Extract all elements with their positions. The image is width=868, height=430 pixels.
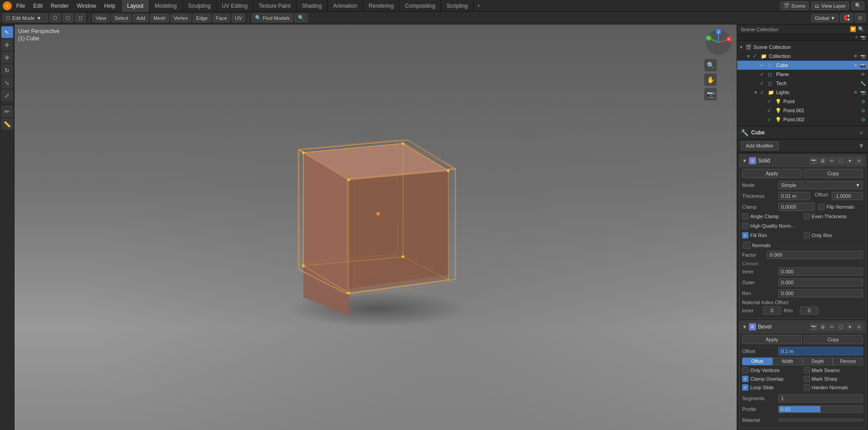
material-value[interactable] [778, 419, 863, 421]
menu-window[interactable]: Window [73, 2, 100, 10]
profile-bar[interactable] [778, 406, 863, 413]
select-menu[interactable]: Select [111, 14, 132, 22]
mode-selector[interactable]: ⬡ Edit Mode ▼ [3, 14, 48, 22]
tool-measure[interactable]: 📏 [1, 118, 13, 130]
bevel-copy-btn[interactable]: Copy [804, 335, 863, 344]
tree-item-lights[interactable]: ▼ ✓ 📁 Lights 👁 📷 [737, 88, 868, 97]
solid-camera-btn[interactable]: 📷 [810, 157, 818, 165]
tree-item-plane[interactable]: ▶ ✓ ◻ Plane 👁 [737, 70, 868, 79]
tree-item-point002[interactable]: ▶ ✓ 💡 Point.002 ⚙ [737, 115, 868, 124]
cube-checkbox[interactable]: ✓ [760, 62, 767, 68]
tree-item-point[interactable]: ▶ ✓ 💡 Point ⚙ [737, 97, 868, 106]
profile-slider-wrapper[interactable]: 0.50 [778, 406, 863, 413]
clamp-overlap-cb[interactable]: ✓ [742, 376, 748, 382]
vis-eye[interactable]: 👁 [853, 53, 859, 59]
tree-expand-scene[interactable]: ▼ [739, 45, 745, 50]
bevel-tab-percent[interactable]: Percent [833, 358, 863, 365]
prop-header-close[interactable]: ✕ [858, 129, 864, 136]
view-menu[interactable]: View [92, 14, 110, 22]
bevel-name[interactable]: Bevel [758, 324, 808, 330]
outliner-search-icon[interactable]: 🔍 [858, 26, 864, 32]
tree-expand-collection[interactable]: ▼ [746, 54, 753, 59]
solid-thickness-value[interactable]: 0.01 m [778, 192, 810, 200]
tree-expand-point001[interactable]: ▶ [761, 108, 767, 113]
point002-checkbox[interactable]: ✓ [767, 116, 774, 123]
bevel-tab-width[interactable]: Width [772, 358, 803, 365]
camera-gizmo[interactable]: 📷 [704, 88, 717, 100]
mark-sharp-cb[interactable] [804, 376, 810, 382]
mat-rim-value[interactable]: 0 [800, 306, 818, 315]
tab-scripting[interactable]: Scripting [441, 0, 474, 12]
tab-modeling[interactable]: Modeling [149, 0, 183, 12]
tech-checkbox[interactable]: ✓ [760, 80, 767, 86]
transform-global[interactable]: Global ▼ [811, 14, 839, 22]
tree-expand-cube[interactable]: ▶ [753, 63, 760, 68]
lights-checkbox[interactable]: ✓ [760, 89, 767, 96]
zoom-gizmo[interactable]: 🔍 [704, 59, 717, 72]
solid-mode-value[interactable]: Simple ▼ [778, 181, 863, 189]
bevel-apply-btn[interactable]: Apply [742, 335, 802, 344]
edge-mode-btn[interactable]: ⬡ [62, 14, 73, 22]
menu-help[interactable]: Help [101, 2, 119, 10]
flip-normals-cb[interactable] [818, 204, 825, 210]
tree-item-collection[interactable]: ▼ ✓ 📁 Collection 👁 📷 [737, 52, 868, 61]
collection-checkbox[interactable]: ✓ [753, 53, 760, 59]
tab-texture-paint[interactable]: Texture Paint [254, 0, 297, 12]
face-mode-btn[interactable]: ◻ [75, 14, 86, 22]
tool-move[interactable]: ✛ [1, 52, 13, 63]
tree-item-tech[interactable]: ▶ ✓ ◻ Tech 🔧 [737, 79, 868, 88]
bevel-render-btn[interactable]: 🖥 [819, 323, 827, 331]
tree-expand-plane[interactable]: ▶ [753, 72, 760, 77]
only-rim-cb[interactable] [804, 232, 810, 239]
point001-checkbox[interactable]: ✓ [767, 107, 774, 114]
tab-uv-editing[interactable]: UV Editing [216, 0, 254, 12]
tab-shading[interactable]: Shading [297, 0, 328, 12]
bevel-down-btn[interactable]: ▼ [846, 323, 854, 331]
tree-item-cube[interactable]: ▶ ✓ ◻ Cube 👁 📷 [737, 61, 868, 70]
bevel-vert-btn[interactable]: ⬡ [837, 323, 845, 331]
tree-expand-tech[interactable]: ▶ [753, 81, 760, 86]
vertex-menu[interactable]: Vertex [171, 14, 191, 22]
loop-slide-cb[interactable]: ✓ [742, 384, 748, 391]
only-verts-cb[interactable] [742, 367, 748, 373]
add-modifier-btn[interactable]: Add Modifier [741, 141, 779, 150]
bevel-x-btn[interactable]: ✕ [855, 323, 863, 331]
plane-checkbox[interactable]: ✓ [760, 71, 767, 77]
cube-vis-eye[interactable]: 👁 [853, 62, 859, 68]
vis-camera[interactable]: 📷 [860, 53, 866, 59]
outer-value[interactable]: 0.000 [778, 278, 863, 287]
tree-scene-collection[interactable]: ▼ 🎬 Scene Collection [737, 43, 868, 52]
find-models-btn[interactable]: 🔍 Find Models [252, 14, 293, 22]
bevel-tab-depth[interactable]: Depth [803, 358, 833, 365]
lights-vis-eye[interactable]: 👁 [853, 89, 859, 96]
search-btn[interactable]: 🔍 [852, 1, 864, 10]
tool-cursor[interactable]: ✛ [1, 39, 13, 51]
tree-expand-point[interactable]: ▶ [761, 99, 767, 104]
solid-cage-btn[interactable]: ⬡ [837, 157, 845, 165]
solid-expand[interactable]: ▼ [742, 158, 747, 163]
segments-value[interactable]: 1 [778, 394, 863, 402]
proportional-btn[interactable]: ⊙ [855, 14, 865, 22]
solid-edit-btn[interactable]: ✏ [828, 157, 836, 165]
solid-offset-value[interactable]: -1.0000 [832, 192, 863, 200]
viewport[interactable]: User Perspective (1) Cube X Y Z 🔍 [14, 24, 737, 430]
tool-annotate[interactable]: ✏ [1, 105, 13, 117]
search-input-btn[interactable]: 🔍 [295, 14, 307, 22]
point-checkbox[interactable]: ✓ [767, 98, 774, 105]
hq-normals-cb[interactable] [742, 223, 748, 229]
tech-vis-icon[interactable]: 🔧 [860, 80, 866, 86]
lights-vis-cam[interactable]: 📷 [860, 89, 866, 96]
cube-vis-camera[interactable]: 📷 [860, 62, 866, 68]
solid-copy-btn[interactable]: Copy [804, 169, 863, 178]
bevel-camera-btn[interactable]: 📷 [810, 323, 818, 331]
bevel-offset-value[interactable]: 0.1 m [778, 347, 863, 355]
solid-name[interactable]: Solid [758, 158, 808, 164]
add-menu[interactable]: Add [133, 14, 149, 22]
mat-inner-value[interactable]: 0 [763, 306, 781, 315]
tool-transform[interactable]: ⤢ [1, 90, 13, 101]
point001-vis-icon[interactable]: ⚙ [860, 107, 866, 114]
solid-clamp-value[interactable]: 0.0000 [778, 203, 815, 211]
angle-clamp-cb[interactable] [742, 213, 748, 220]
tool-rotate[interactable]: ↻ [1, 64, 13, 76]
tab-sculpting[interactable]: Sculpting [183, 0, 216, 12]
